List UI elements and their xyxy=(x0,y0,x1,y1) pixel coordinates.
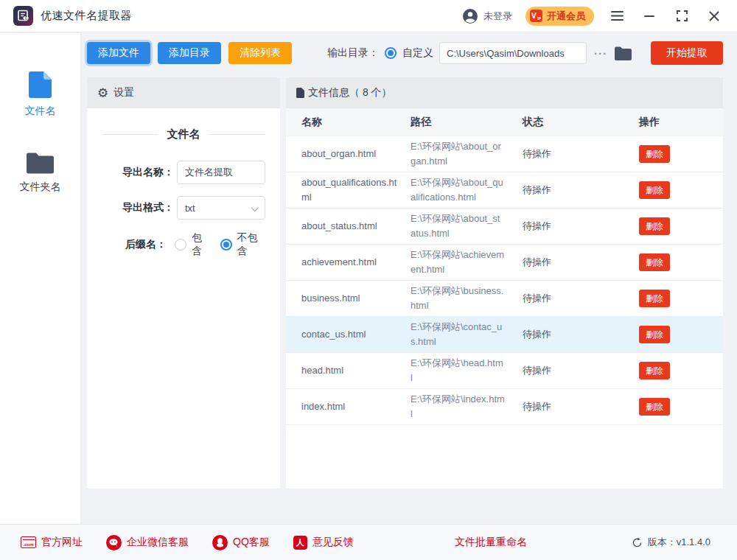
file-path-cell: E:\环保网站\head.html xyxy=(411,356,523,385)
table-row[interactable]: about_status.htmlE:\环保网站\about_status.ht… xyxy=(286,209,723,245)
wechat-support-link[interactable]: 企业微信客服 xyxy=(106,535,189,550)
version-label: 版本：v1.1.4.0 xyxy=(648,536,710,549)
file-status-cell: 待操作 xyxy=(523,255,639,270)
file-status-cell: 待操作 xyxy=(523,327,639,342)
delete-button[interactable]: 删除 xyxy=(639,253,670,271)
document-icon xyxy=(296,88,304,98)
file-action-cell: 删除 xyxy=(639,145,723,163)
app-title: 优速文件名提取器 xyxy=(41,9,132,23)
official-site-link[interactable]: .com 官方网址 xyxy=(21,536,83,549)
feedback-icon: 人 xyxy=(293,536,307,550)
file-name-cell: about_status.html xyxy=(301,219,411,234)
com-icon: .com xyxy=(21,536,36,548)
table-header-row: 名称 路径 状态 操作 xyxy=(286,108,723,136)
export-name-label: 导出名称： xyxy=(122,166,174,179)
settings-header: ⚙ 设置 xyxy=(87,77,280,108)
refresh-icon[interactable] xyxy=(632,537,643,548)
folder-icon xyxy=(615,46,632,60)
file-name-cell: head.html xyxy=(301,363,411,378)
file-action-cell: 删除 xyxy=(639,326,723,343)
export-format-label: 导出格式： xyxy=(122,201,174,214)
custom-radio-label: 自定义 xyxy=(402,46,433,60)
add-file-button[interactable]: 添加文件 xyxy=(87,42,150,64)
section-divider: 文件名 xyxy=(102,127,265,141)
file-status-cell: 待操作 xyxy=(523,399,639,414)
file-name-cell: contac_us.html xyxy=(301,327,411,342)
file-info-header-label: 文件信息（ 8 个） xyxy=(308,86,392,99)
hamburger-icon xyxy=(611,11,624,21)
file-info-header: 文件信息（ 8 个） xyxy=(286,77,723,108)
file-path-cell: E:\环保网站\about_status.html xyxy=(411,211,523,241)
batch-rename-link[interactable]: 文件批量重命名 xyxy=(455,536,527,549)
suffix-exclude-radio[interactable] xyxy=(220,239,232,251)
qq-support-link[interactable]: QQ客服 xyxy=(212,535,270,550)
file-table-body: about_organ.htmlE:\环保网站\about_organ.html… xyxy=(286,136,723,425)
delete-button[interactable]: 删除 xyxy=(639,398,670,416)
sidebar-item-filename[interactable]: 文件名 xyxy=(25,71,56,118)
close-button[interactable] xyxy=(705,7,724,26)
settings-panel: ⚙ 设置 文件名 导出名称： 导出格式： txt 后缀名： 包含 不包含 xyxy=(87,77,280,489)
toolbar: 添加文件 添加目录 清除列表 输出目录： 自定义 ··· 开始提取 xyxy=(87,41,723,65)
app-logo-icon xyxy=(13,6,33,26)
delete-button[interactable]: 删除 xyxy=(639,217,670,235)
col-header-action: 操作 xyxy=(639,116,723,129)
clear-list-button[interactable]: 清除列表 xyxy=(228,42,292,64)
table-row[interactable]: contac_us.htmlE:\环保网站\contac_us.html待操作删… xyxy=(286,317,723,353)
export-name-input[interactable] xyxy=(177,161,265,184)
section-title: 文件名 xyxy=(167,127,200,141)
table-row[interactable]: head.htmlE:\环保网站\head.html待操作删除 xyxy=(286,353,723,389)
suffix-include-radio[interactable] xyxy=(175,239,186,251)
col-header-status: 状态 xyxy=(523,116,639,129)
delete-button[interactable]: 删除 xyxy=(639,326,670,343)
start-extract-button[interactable]: 开始提取 xyxy=(651,41,723,65)
open-vip-button[interactable]: VIP 开通会员 xyxy=(525,7,594,26)
login-status[interactable]: 未登录 xyxy=(462,8,512,24)
output-path-input[interactable] xyxy=(439,42,587,64)
suffix-label: 后缀名： xyxy=(125,238,167,251)
delete-button[interactable]: 删除 xyxy=(639,181,670,199)
gear-icon: ⚙ xyxy=(97,87,108,99)
file-status-cell: 待操作 xyxy=(523,183,639,197)
file-action-cell: 删除 xyxy=(639,290,723,307)
table-row[interactable]: achievement.htmlE:\环保网站\achievement.html… xyxy=(286,245,723,281)
sidebar-item-foldername[interactable]: 文件夹名 xyxy=(20,152,61,194)
browse-ellipsis-button[interactable]: ··· xyxy=(593,47,609,60)
col-header-path: 路径 xyxy=(411,116,523,129)
custom-radio[interactable] xyxy=(385,47,397,59)
menu-button[interactable] xyxy=(607,7,626,26)
sidebar: 文件名 文件夹名 xyxy=(0,33,81,524)
table-row[interactable]: about_organ.htmlE:\环保网站\about_organ.html… xyxy=(286,136,723,172)
feedback-link[interactable]: 人 意见反馈 xyxy=(293,536,354,550)
file-status-cell: 待操作 xyxy=(523,291,639,306)
export-format-select[interactable]: txt xyxy=(177,196,265,220)
file-name-cell: about_qualifications.html xyxy=(301,175,411,205)
add-directory-button[interactable]: 添加目录 xyxy=(158,42,221,64)
file-action-cell: 删除 xyxy=(639,181,723,199)
table-row[interactable]: index.htmlE:\环保网站\index.html待操作删除 xyxy=(286,389,723,425)
col-header-name: 名称 xyxy=(301,116,411,129)
table-row[interactable]: about_qualifications.htmlE:\环保网站\about_q… xyxy=(286,172,723,209)
vip-icon: VIP xyxy=(530,10,542,22)
delete-button[interactable]: 删除 xyxy=(639,290,670,307)
file-path-cell: E:\环保网站\contac_us.html xyxy=(411,320,523,349)
file-path-cell: E:\环保网站\index.html xyxy=(411,392,523,421)
file-name-cell: index.html xyxy=(301,399,411,414)
minimize-button[interactable] xyxy=(640,7,659,26)
delete-button[interactable]: 删除 xyxy=(639,362,670,379)
sidebar-item-label: 文件名 xyxy=(25,105,56,118)
titlebar: 优速文件名提取器 未登录 VIP 开通会员 xyxy=(0,0,737,32)
file-info-panel: 文件信息（ 8 个） 名称 路径 状态 操作 about_organ.htmlE… xyxy=(286,77,723,489)
file-status-cell: 待操作 xyxy=(523,147,639,161)
version-area: 版本：v1.1.4.0 xyxy=(632,536,710,549)
file-action-cell: 删除 xyxy=(639,253,723,271)
output-dir-group: 输出目录： 自定义 ··· xyxy=(327,42,643,64)
file-action-cell: 删除 xyxy=(639,217,723,235)
file-icon xyxy=(29,71,52,98)
file-path-cell: E:\环保网站\business.html xyxy=(411,284,523,313)
delete-button[interactable]: 删除 xyxy=(639,145,670,163)
maximize-button[interactable] xyxy=(672,7,691,26)
chevron-down-icon xyxy=(251,205,258,211)
folder-icon xyxy=(27,152,54,174)
open-folder-button[interactable] xyxy=(615,46,632,60)
table-row[interactable]: business.htmlE:\环保网站\business.html待操作删除 xyxy=(286,281,723,317)
